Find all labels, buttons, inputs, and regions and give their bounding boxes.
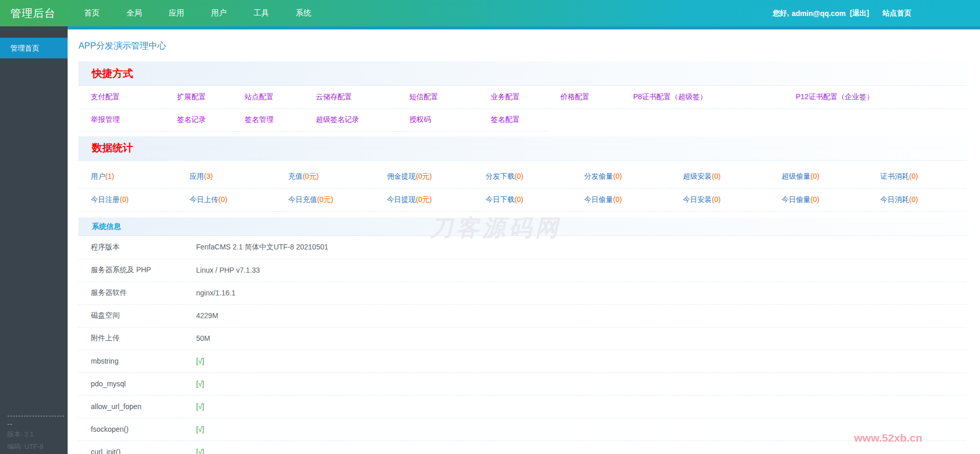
stat-label[interactable]: 今日安装 [683, 195, 712, 203]
shortcut-link[interactable]: 支付配置 [91, 92, 120, 101]
system-info-row: fsockopen()[√] [78, 418, 967, 441]
stat-value: (0) [712, 172, 720, 180]
system-info-row: pdo_mysql[√] [78, 372, 967, 395]
shortcut-link[interactable]: 签名管理 [245, 115, 274, 123]
system-info-body: 程序版本FenfaCMS 2.1 简体中文UTF-8 20210501服务器系统… [78, 236, 967, 454]
shortcut-link[interactable]: P12证书配置（企业签） [796, 92, 874, 101]
system-info-check: [√] [184, 441, 967, 454]
stat-label[interactable]: 超级安装 [683, 172, 712, 180]
stat-label[interactable]: 今日注册 [91, 195, 120, 203]
stat-label[interactable]: 分发下载 [486, 172, 515, 180]
stat-label[interactable]: 今日下载 [486, 195, 515, 203]
stat-label[interactable]: 今日上传 [189, 195, 218, 203]
stat-label[interactable]: 用户 [91, 172, 105, 180]
shortcut-cell [783, 108, 967, 131]
nav-item-5[interactable]: 系统 [282, 8, 325, 18]
stat-label[interactable]: 今日充值 [288, 195, 317, 203]
site-home-link[interactable]: 站点首页 [882, 9, 911, 18]
stat-cell: 今日提现(0元) [375, 189, 473, 212]
shortcut-link[interactable]: 云储存配置 [316, 92, 352, 101]
shortcut-cell [621, 108, 783, 131]
system-info-label: allow_url_fopen [78, 395, 184, 418]
stat-value: (0) [515, 195, 523, 203]
stat-value: (0) [515, 172, 523, 180]
shortcut-cell: 签名管理 [232, 108, 303, 131]
sidebar-encoding-label: 编码: UTF-8 [7, 441, 68, 453]
stat-value: (0) [613, 172, 622, 180]
system-info-value: FenfaCMS 2.1 简体中文UTF-8 20210501 [184, 236, 967, 259]
sidebar-footer-divider: ----------------------- [7, 412, 68, 428]
stat-label[interactable]: 证书消耗 [880, 172, 909, 180]
system-info-row: curl_init()[√] [78, 441, 967, 454]
stat-label[interactable]: 今日提现 [387, 195, 416, 203]
shortcuts-table: 支付配置扩展配置站点配置云储存配置短信配置业务配置价格配置P8证书配置（超级签）… [78, 86, 967, 132]
shortcut-cell: 价格配置 [548, 86, 621, 108]
logout-link[interactable]: [退出] [850, 9, 869, 18]
shortcut-cell: 支付配置 [78, 86, 165, 108]
stat-cell: 分发偷量(0) [572, 165, 670, 189]
system-info-section-header: 系统信息 [78, 217, 967, 236]
stat-label[interactable]: 应用 [189, 172, 204, 180]
header-accent-strip [68, 26, 980, 29]
shortcut-link[interactable]: 举报管理 [91, 115, 120, 123]
system-info-label: mbstring [78, 350, 184, 372]
shortcut-row: 支付配置扩展配置站点配置云储存配置短信配置业务配置价格配置P8证书配置（超级签）… [78, 86, 967, 108]
system-info-label: 服务器软件 [78, 281, 184, 304]
shortcut-cell: 签名记录 [165, 108, 232, 131]
stat-cell: 今日偷量(0) [572, 189, 670, 212]
stat-cell: 应用(3) [177, 165, 276, 189]
stat-label[interactable]: 今日偷量 [782, 195, 811, 203]
stat-cell: 今日上传(0) [177, 189, 276, 212]
stat-label[interactable]: 佣金提现 [387, 172, 416, 180]
stat-value: (0) [120, 195, 128, 203]
shortcut-cell: P8证书配置（超级签） [621, 86, 783, 108]
stat-cell: 超级偷量(0) [769, 165, 868, 189]
shortcut-cell: 签名配置 [478, 108, 548, 131]
brand-title: 管理后台 [0, 6, 68, 21]
nav-item-0[interactable]: 首页 [71, 8, 113, 18]
system-info-row: allow_url_fopen[√] [78, 395, 967, 418]
stat-label[interactable]: 分发偷量 [584, 172, 613, 180]
shortcut-link[interactable]: 授权码 [409, 115, 431, 123]
system-info-check: [√] [184, 395, 967, 418]
stat-cell: 今日安装(0) [670, 189, 769, 212]
nav-item-1[interactable]: 全局 [113, 8, 155, 18]
system-info-value: 50M [184, 327, 967, 350]
system-info-value: 4229M [184, 304, 967, 327]
nav-item-2[interactable]: 应用 [155, 8, 198, 18]
stat-cell: 今日消耗(0) [868, 189, 967, 212]
shortcut-link[interactable]: 签名记录 [177, 115, 206, 123]
shortcut-link[interactable]: 扩展配置 [177, 92, 206, 101]
shortcut-link[interactable]: 签名配置 [491, 115, 520, 123]
stat-label[interactable]: 今日偷量 [584, 195, 613, 203]
system-info-label: 附件上传 [78, 327, 184, 350]
shortcut-link[interactable]: 站点配置 [245, 92, 274, 101]
stat-label[interactable]: 充值 [288, 172, 302, 180]
stat-value: (0) [811, 195, 820, 203]
system-info-check: [√] [184, 372, 967, 395]
user-email: admin@qq.com [792, 9, 846, 18]
stat-cell: 用户(1) [78, 165, 177, 189]
stats-row: 用户(1)应用(3)充值(0元)佣金提现(0元)分发下载(0)分发偷量(0)超级… [78, 165, 967, 189]
nav-item-4[interactable]: 工具 [240, 8, 282, 18]
shortcut-link[interactable]: 超级签名记录 [316, 115, 359, 123]
stat-label[interactable]: 超级偷量 [782, 172, 811, 180]
stat-label[interactable]: 今日消耗 [880, 195, 909, 203]
shortcut-cell: 扩展配置 [165, 86, 232, 108]
sidebar-item-admin-home[interactable]: 管理首页 [0, 38, 68, 58]
shortcut-link[interactable]: P8证书配置（超级签） [633, 92, 707, 101]
shortcuts-heading: 快捷方式 [92, 67, 133, 81]
system-info-check: [√] [184, 350, 967, 372]
system-info-check: [√] [184, 418, 967, 441]
nav-item-3[interactable]: 用户 [198, 8, 240, 18]
stat-cell: 今日下载(0) [473, 189, 572, 212]
system-info-value: Linux / PHP v7.1.33 [184, 259, 967, 281]
sidebar-version-label: 版本: 2.1 [7, 428, 68, 441]
stat-value: (0元) [416, 195, 432, 203]
shortcut-cell: 短信配置 [397, 86, 478, 108]
navbar-right: 您好, admin@qq.com [退出] 站点首页 [773, 9, 980, 18]
shortcut-link[interactable]: 业务配置 [491, 92, 520, 101]
shortcut-link[interactable]: 价格配置 [560, 92, 589, 101]
shortcut-link[interactable]: 短信配置 [409, 92, 438, 101]
system-info-row: mbstring[√] [78, 350, 967, 372]
